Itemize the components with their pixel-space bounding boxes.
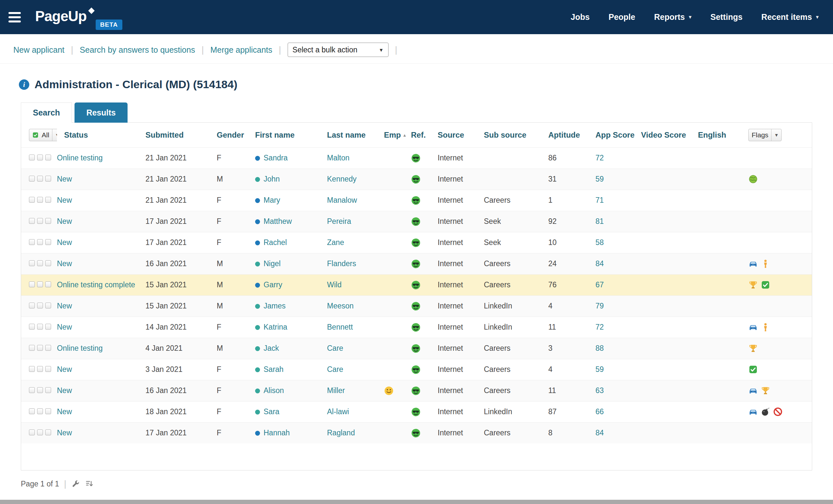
- first-name-link[interactable]: Sarah: [264, 365, 283, 374]
- pageup-logo[interactable]: PageUp BETA: [35, 4, 122, 30]
- nav-people[interactable]: People: [609, 13, 635, 22]
- first-name-link[interactable]: John: [264, 175, 280, 183]
- status-link[interactable]: New: [57, 259, 72, 268]
- first-name-link[interactable]: Nigel: [264, 259, 281, 268]
- row-checkbox[interactable]: [29, 239, 35, 245]
- select-all-control[interactable]: All ▼: [29, 129, 57, 141]
- row-checkbox[interactable]: [37, 239, 43, 245]
- first-name-link[interactable]: Rachel: [264, 238, 287, 247]
- status-link[interactable]: Online testing: [57, 153, 103, 162]
- app-score-link[interactable]: 66: [595, 407, 604, 416]
- last-name-link[interactable]: Malton: [327, 153, 350, 162]
- row-checkbox[interactable]: [45, 197, 51, 203]
- row-checkbox[interactable]: [29, 176, 35, 182]
- first-name-link[interactable]: Sara: [264, 407, 280, 416]
- row-checkbox[interactable]: [37, 366, 43, 372]
- last-name-link[interactable]: Care: [327, 365, 343, 374]
- col-header-app-score[interactable]: App Score: [595, 123, 641, 147]
- app-score-link[interactable]: 84: [595, 259, 604, 268]
- status-link[interactable]: New: [57, 238, 72, 247]
- status-link[interactable]: New: [57, 217, 72, 225]
- col-header-first-name[interactable]: First name: [255, 123, 327, 147]
- col-header-sub-source[interactable]: Sub source: [484, 123, 548, 147]
- status-link[interactable]: New: [57, 365, 72, 374]
- nav-settings[interactable]: Settings: [710, 13, 742, 22]
- row-checkbox[interactable]: [37, 303, 43, 309]
- last-name-link[interactable]: Bennett: [327, 323, 353, 331]
- row-checkbox[interactable]: [45, 345, 51, 351]
- row-checkbox[interactable]: [29, 324, 35, 330]
- sort-icon[interactable]: [85, 480, 94, 488]
- merge-applicants-link[interactable]: Merge applicants: [210, 45, 272, 55]
- row-checkbox[interactable]: [29, 366, 35, 372]
- row-checkbox[interactable]: [45, 282, 51, 287]
- row-checkbox[interactable]: [29, 260, 35, 266]
- status-link[interactable]: New: [57, 407, 72, 416]
- col-header-gender[interactable]: Gender: [217, 123, 255, 147]
- row-checkbox[interactable]: [45, 154, 51, 161]
- status-link[interactable]: New: [57, 302, 72, 310]
- tools-icon[interactable]: [71, 480, 80, 488]
- row-checkbox[interactable]: [37, 282, 43, 287]
- col-header-aptitude[interactable]: Aptitude: [548, 123, 595, 147]
- bulk-action-select[interactable]: Select a bulk action ▼: [288, 43, 388, 57]
- first-name-link[interactable]: Mary: [264, 196, 280, 204]
- col-header-status[interactable]: Status: [57, 123, 145, 147]
- row-checkbox[interactable]: [29, 218, 35, 224]
- first-name-link[interactable]: Sandra: [264, 153, 288, 162]
- last-name-link[interactable]: Zane: [327, 238, 344, 247]
- nav-recent-items[interactable]: Recent items ▾: [761, 13, 819, 22]
- status-link[interactable]: New: [57, 429, 72, 437]
- app-score-link[interactable]: 58: [595, 238, 604, 247]
- row-checkbox[interactable]: [45, 239, 51, 245]
- tab-search[interactable]: Search: [21, 102, 72, 123]
- app-score-link[interactable]: 63: [595, 386, 604, 395]
- col-header-emp[interactable]: Emp▲: [384, 123, 411, 147]
- col-header-source[interactable]: Source: [438, 123, 484, 147]
- nav-reports[interactable]: Reports ▾: [654, 13, 691, 22]
- last-name-link[interactable]: Pereira: [327, 217, 351, 225]
- tab-results[interactable]: Results: [74, 102, 127, 123]
- row-checkbox[interactable]: [45, 366, 51, 372]
- app-score-link[interactable]: 79: [595, 302, 604, 310]
- flags-filter-control[interactable]: Flags ▼: [748, 129, 782, 141]
- nav-jobs[interactable]: Jobs: [571, 13, 590, 22]
- app-score-link[interactable]: 81: [595, 217, 604, 225]
- search-by-answers-link[interactable]: Search by answers to questions: [80, 45, 195, 55]
- row-checkbox[interactable]: [37, 408, 43, 414]
- row-checkbox[interactable]: [45, 260, 51, 266]
- info-icon[interactable]: i: [19, 79, 29, 90]
- row-checkbox[interactable]: [37, 197, 43, 203]
- row-checkbox[interactable]: [37, 345, 43, 351]
- col-header-last-name[interactable]: Last name: [327, 123, 384, 147]
- status-link[interactable]: New: [57, 196, 72, 204]
- row-checkbox[interactable]: [45, 408, 51, 414]
- first-name-link[interactable]: Garry: [264, 281, 282, 289]
- row-checkbox[interactable]: [45, 176, 51, 182]
- col-header-submitted[interactable]: Submitted: [145, 123, 217, 147]
- new-applicant-link[interactable]: New applicant: [13, 45, 65, 55]
- row-checkbox[interactable]: [37, 430, 43, 435]
- app-score-link[interactable]: 67: [595, 281, 604, 289]
- last-name-link[interactable]: Flanders: [327, 259, 356, 268]
- last-name-link[interactable]: Care: [327, 344, 343, 352]
- row-checkbox[interactable]: [29, 345, 35, 351]
- row-checkbox[interactable]: [37, 154, 43, 161]
- row-checkbox[interactable]: [37, 218, 43, 224]
- status-link[interactable]: New: [57, 323, 72, 331]
- row-checkbox[interactable]: [45, 387, 51, 393]
- row-checkbox[interactable]: [37, 387, 43, 393]
- last-name-link[interactable]: Miller: [327, 386, 345, 395]
- last-name-link[interactable]: Kennedy: [327, 175, 357, 183]
- row-checkbox[interactable]: [29, 387, 35, 393]
- row-checkbox[interactable]: [29, 197, 35, 203]
- app-score-link[interactable]: 72: [595, 153, 604, 162]
- last-name-link[interactable]: Al-lawi: [327, 407, 349, 416]
- first-name-link[interactable]: Alison: [264, 386, 284, 395]
- first-name-link[interactable]: Jack: [264, 344, 279, 352]
- status-link[interactable]: Online testing: [57, 344, 103, 352]
- row-checkbox[interactable]: [45, 324, 51, 330]
- first-name-link[interactable]: Matthew: [264, 217, 292, 225]
- row-checkbox[interactable]: [37, 176, 43, 182]
- row-checkbox[interactable]: [29, 430, 35, 435]
